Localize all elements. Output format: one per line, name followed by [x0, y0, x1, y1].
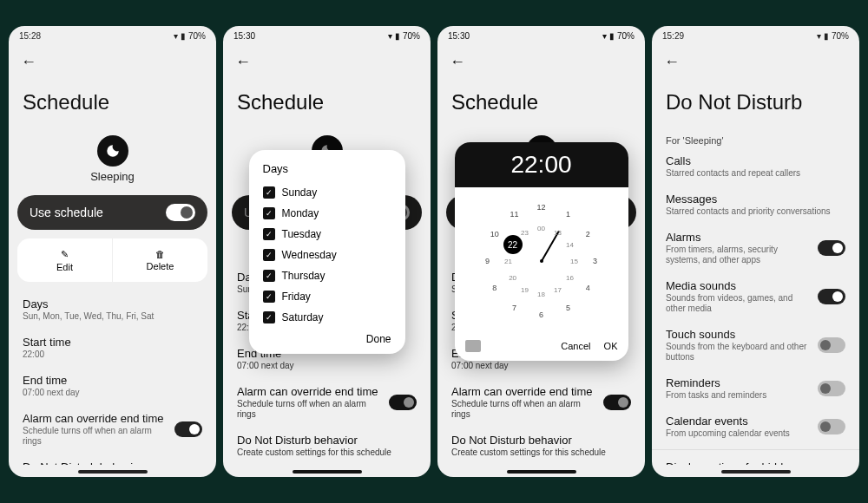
dialog-title: Days: [263, 162, 391, 175]
setting-days[interactable]: Days Sun, Mon, Tue, Wed, Thu, Fri, Sat: [9, 291, 216, 329]
edit-button[interactable]: ✎ Edit: [17, 238, 113, 282]
checkbox-icon: ✓: [263, 228, 275, 240]
status-time: 15:28: [19, 31, 41, 41]
day-option[interactable]: ✓Sunday: [263, 182, 391, 203]
clock-hour[interactable]: 12: [535, 203, 549, 212]
done-button[interactable]: Done: [366, 333, 391, 345]
battery-icon: ▮: [181, 31, 186, 41]
screen-schedule: 15:28 ▾ ▮ 70% ← Schedule Sleeping Use sc…: [9, 26, 216, 477]
screen-days-dialog: 15:30▾▮70% ← Schedule Sleeping Use sched…: [223, 26, 431, 477]
clock-hour[interactable]: 13: [551, 229, 565, 237]
day-option[interactable]: ✓Friday: [263, 286, 391, 307]
nav-bar: [721, 470, 791, 474]
clock-hour-selected[interactable]: 22: [503, 235, 523, 254]
setting-end-time[interactable]: End time 07:00 next day: [9, 367, 216, 405]
checkbox-icon: ✓: [263, 311, 275, 323]
clock-hour[interactable]: 5: [562, 304, 575, 312]
clock-hour[interactable]: 20: [506, 274, 520, 282]
nav-bar: [78, 470, 148, 474]
checkbox-icon: ✓: [263, 249, 275, 261]
timepicker-overlay[interactable]: 22:00 1212345678910110013141516171819202…: [437, 26, 645, 477]
clock-hour[interactable]: 8: [488, 284, 502, 292]
back-button[interactable]: ←: [9, 46, 216, 78]
clock-hour[interactable]: 11: [508, 210, 522, 219]
divider: [652, 449, 859, 450]
clock-hour[interactable]: 23: [518, 229, 532, 237]
battery-icon: ▮: [824, 31, 829, 41]
clock-face[interactable]: 121234567891011001314151617181920212223: [477, 196, 607, 326]
screen-dnd: 15:29▾▮70% ← Do Not Disturb For 'Sleepin…: [652, 26, 859, 477]
day-option[interactable]: ✓Thursday: [263, 265, 391, 286]
setting-dnd-behavior[interactable]: Do Not Disturb behavior Create custom se…: [9, 454, 216, 465]
alarm-override-switch[interactable]: [174, 421, 202, 437]
dialog-overlay[interactable]: Days ✓Sunday✓Monday✓Tuesday✓Wednesday✓Th…: [223, 26, 431, 477]
clock-hour[interactable]: 1: [562, 210, 575, 219]
back-button[interactable]: ←: [652, 46, 859, 78]
checkbox-icon: ✓: [263, 291, 275, 303]
schedule-name: Sleeping: [9, 170, 216, 183]
wifi-icon: ▾: [174, 31, 178, 41]
pencil-icon: ✎: [61, 249, 69, 260]
clock-hour[interactable]: 7: [508, 304, 522, 312]
page-title: Do Not Disturb: [652, 78, 859, 130]
toggle-switch[interactable]: [818, 289, 845, 304]
trash-icon: 🗑: [155, 249, 165, 259]
keyboard-icon[interactable]: [465, 340, 481, 352]
delete-button[interactable]: 🗑 Delete: [113, 238, 207, 282]
checkbox-icon: ✓: [263, 270, 275, 282]
day-option[interactable]: ✓Monday: [263, 203, 391, 224]
clock-hour[interactable]: 19: [518, 285, 532, 293]
clock-hour[interactable]: 2: [581, 230, 595, 238]
days-dialog: Days ✓Sunday✓Monday✓Tuesday✓Wednesday✓Th…: [249, 150, 405, 354]
checkbox-icon: ✓: [263, 207, 275, 219]
clock-hour[interactable]: 10: [488, 230, 502, 238]
clock-hour[interactable]: 17: [551, 285, 565, 293]
day-option[interactable]: ✓Tuesday: [263, 224, 391, 245]
clock-hour[interactable]: 3: [589, 257, 602, 265]
dnd-item[interactable]: AlarmsFrom timers, alarms, security syst…: [652, 224, 859, 272]
moon-icon: [97, 135, 128, 167]
dnd-item[interactable]: MessagesStarred contacts and priority co…: [652, 186, 859, 224]
clock-hour[interactable]: 16: [562, 274, 576, 282]
status-bar: 15:28 ▾ ▮ 70%: [9, 26, 216, 46]
switch-on-icon: [166, 204, 195, 221]
toggle-switch[interactable]: [818, 337, 845, 353]
clock-hour[interactable]: 21: [502, 258, 516, 265]
clock-hour[interactable]: 9: [481, 257, 495, 265]
checkbox-icon: ✓: [263, 186, 275, 199]
toggle-switch[interactable]: [818, 240, 845, 256]
dnd-item[interactable]: Calendar eventsFrom upcoming calendar ev…: [652, 408, 859, 446]
clock-hour[interactable]: 4: [581, 284, 595, 292]
setting-alarm-override[interactable]: Alarm can override end time Schedule tur…: [9, 405, 216, 454]
clock-hour[interactable]: 15: [568, 258, 582, 265]
clock-hour[interactable]: 00: [535, 225, 549, 232]
screen-time-picker: 15:30▾▮70% ← Schedule Sleeping Use sched…: [437, 26, 645, 477]
day-option[interactable]: ✓Wednesday: [263, 245, 391, 265]
clock-hour[interactable]: 14: [562, 241, 576, 249]
clock-hour[interactable]: 6: [535, 310, 549, 319]
toggle-switch[interactable]: [818, 381, 845, 396]
time-picker: 22:00 1212345678910110013141516171819202…: [455, 142, 628, 361]
time-header: 22:00: [455, 142, 628, 187]
setting-start-time[interactable]: Start time 22:00: [9, 329, 216, 367]
battery-pct: 70%: [188, 31, 206, 41]
setting-display-options[interactable]: Display options for hidden notifications…: [652, 454, 859, 465]
clock-hour[interactable]: 18: [535, 291, 549, 298]
dnd-item[interactable]: Touch soundsSounds from the keyboard and…: [652, 321, 859, 369]
page-title: Schedule: [9, 78, 216, 130]
wifi-icon: ▾: [817, 31, 821, 41]
dnd-item[interactable]: Media soundsSounds from videos, games, a…: [652, 272, 859, 321]
ok-button[interactable]: OK: [604, 341, 618, 351]
edit-delete-row: ✎ Edit 🗑 Delete: [17, 238, 207, 282]
day-option[interactable]: ✓Saturday: [263, 307, 391, 328]
use-schedule-toggle[interactable]: Use schedule: [17, 195, 207, 230]
dnd-item[interactable]: CallsStarred contacts and repeat callers: [652, 147, 859, 186]
for-label: For 'Sleeping': [652, 130, 859, 147]
toggle-switch[interactable]: [818, 419, 845, 434]
dnd-item[interactable]: RemindersFrom tasks and reminders: [652, 369, 859, 408]
cancel-button[interactable]: Cancel: [561, 341, 590, 351]
